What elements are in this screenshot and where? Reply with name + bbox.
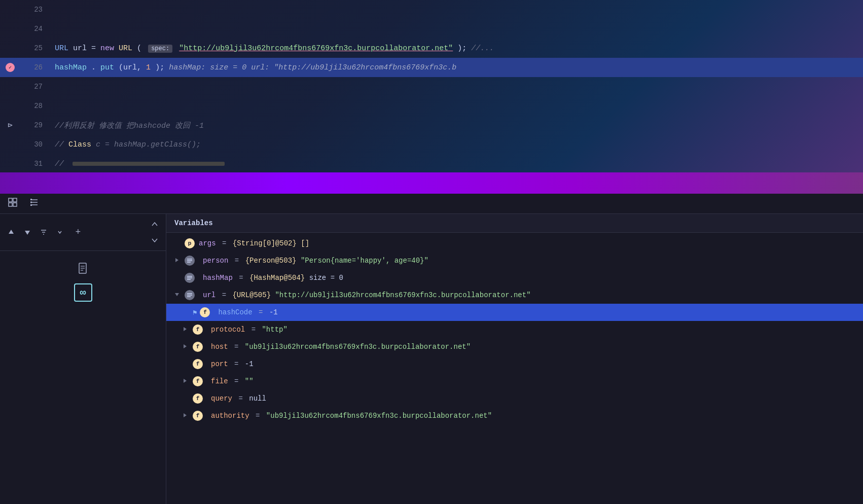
dropdown-btn[interactable]	[53, 225, 67, 239]
expand-authority[interactable]	[183, 413, 191, 419]
var-url: url	[73, 44, 91, 53]
add-watch-btn[interactable]: +	[71, 225, 85, 239]
badge-host: f	[193, 342, 203, 352]
expand-right-icon-host	[183, 344, 188, 349]
expand-right-icon-file	[183, 378, 188, 383]
var-value-hashmap: {HashMap@504}	[249, 274, 309, 282]
badge-url	[185, 290, 195, 300]
var-value-url-obj: {URL@505}	[232, 291, 271, 299]
url-string: "http://ub9ljil3u62hrcom4fbns6769xfn3c.b…	[179, 44, 453, 53]
expand-file[interactable]	[183, 378, 191, 385]
var-row-protocol[interactable]: f protocol = "http"	[166, 321, 863, 338]
var-row-args[interactable]: p args = {String[0]@502} []	[166, 235, 863, 252]
expand-right-icon-protocol	[183, 327, 188, 332]
comment-30b: c = hashMap.getClass();	[96, 140, 201, 149]
var-row-url[interactable]: url = {URL@505} "http://ub9ljil3u62hrcom…	[166, 286, 863, 304]
scrollbar-indicator	[73, 162, 225, 166]
up-btn[interactable]	[4, 225, 18, 239]
down-btn[interactable]	[20, 225, 34, 239]
svg-rect-3	[13, 203, 17, 206]
expand-protocol[interactable]	[183, 327, 191, 333]
expand-right-icon-authority	[183, 413, 188, 418]
var-name-host: host	[211, 343, 228, 351]
svg-rect-1	[13, 198, 17, 202]
badge-protocol: f	[193, 325, 203, 335]
var-name-hashcode: hashCode	[218, 308, 252, 316]
code-line-30: 30 // Class c = hashMap.getClass();	[0, 135, 863, 154]
var-equals-protocol: =	[251, 326, 256, 334]
line-content-26: hashMap . put (url, 1 ); hashMap: size =…	[51, 63, 863, 72]
var-row-person[interactable]: person = {Person@503} "Person{name='happ…	[166, 252, 863, 269]
svg-rect-7	[30, 199, 32, 200]
expand-host[interactable]	[183, 344, 191, 350]
number-1: 1	[146, 63, 151, 72]
var-value-file: ""	[245, 377, 254, 385]
scroll-down-btn[interactable]	[148, 233, 162, 247]
var-row-file[interactable]: f file = ""	[166, 373, 863, 390]
infinity-symbol: ∞	[80, 287, 86, 299]
main-variables-content: Variables p args = {String[0]@502} []	[166, 214, 863, 504]
list-icon	[29, 198, 39, 207]
breakpoint-26[interactable]: ✓	[6, 63, 15, 72]
var-name-port: port	[211, 360, 228, 368]
comment-29: //利用反射 修改值 把hashcode 改回 -1	[55, 122, 204, 130]
var-equals-file: =	[234, 377, 238, 385]
var-row-port[interactable]: f port = -1	[166, 355, 863, 373]
variables-list[interactable]: p args = {String[0]@502} []	[166, 233, 863, 504]
var-row-hashcode[interactable]: ⚑ f hashCode = -1	[166, 304, 863, 321]
var-text-person: person = {Person@503} "Person{name='happ…	[203, 257, 857, 265]
code-line-24: 24	[0, 19, 863, 39]
up-arrow-icon	[8, 229, 15, 236]
line-content-31: //	[51, 160, 863, 168]
var-name-file: file	[211, 377, 228, 385]
keyword-new: new	[100, 44, 119, 53]
expand-url[interactable]	[174, 292, 183, 299]
put-close: );	[155, 63, 169, 72]
scroll-up-icon	[152, 222, 158, 226]
debug-toolbar	[0, 194, 863, 214]
expand-down-icon-url	[174, 292, 179, 297]
filter-btn[interactable]	[37, 225, 51, 239]
var-row-authority[interactable]: f authority = "ub9ljil3u62hrcom4fbns6769…	[166, 407, 863, 424]
var-row-hashmap[interactable]: hashMap = {HashMap@504} size = 0	[166, 269, 863, 286]
grid-view-btn[interactable]	[6, 196, 19, 211]
bookmark-flag-hashcode: ⚑	[193, 308, 197, 317]
badge-file: f	[193, 376, 203, 386]
var-equals-port: =	[234, 360, 238, 368]
var-row-host[interactable]: f host = "ub9ljil3u62hrcom4fbns6769xfn3c…	[166, 338, 863, 355]
list-view-btn[interactable]	[27, 196, 41, 211]
breakpoint-area-29[interactable]: ⊳	[0, 120, 20, 130]
var-value-hashmap-size: size = 0	[309, 274, 343, 282]
svg-rect-9	[30, 204, 32, 206]
var-name-protocol: protocol	[211, 326, 245, 334]
var-equals-hashcode: =	[259, 308, 263, 316]
var-name-authority: authority	[211, 412, 249, 420]
var-text-protocol: protocol = "http"	[211, 326, 857, 334]
line-number-27: 27	[20, 83, 51, 91]
infinity-icon-btn[interactable]: ∞	[74, 283, 92, 302]
var-value-args: {String[0]@502} []	[233, 239, 309, 247]
code-line-27: 27	[0, 77, 863, 96]
code-lines-container: 23 24 25 URL url = new URL ( spec: "http…	[0, 0, 863, 172]
var-value-hashcode: -1	[269, 308, 278, 316]
svg-rect-2	[9, 203, 12, 206]
breakpoint-area-26[interactable]: ✓	[0, 63, 20, 72]
svg-rect-0	[9, 198, 12, 202]
variables-panel: +	[0, 214, 863, 504]
code-line-25: 25 URL url = new URL ( spec: "http://ub9…	[0, 39, 863, 58]
expand-person[interactable]	[174, 258, 183, 264]
code-editor: 23 24 25 URL url = new URL ( spec: "http…	[0, 0, 863, 172]
equals-25: =	[91, 44, 100, 53]
line-content-25: URL url = new URL ( spec: "http://ub9lji…	[51, 44, 863, 53]
plus-icon: +	[76, 227, 81, 237]
doc-icon-btn[interactable]	[74, 259, 92, 277]
var-equals-hashmap: =	[239, 274, 243, 282]
badge-args: p	[185, 238, 195, 248]
debug-hashmap: hashMap: size = 0 url: "http://ub9ljil3u…	[169, 63, 456, 72]
expand-right-icon-person	[174, 258, 179, 263]
var-name-person: person	[203, 257, 228, 265]
badge-hashmap	[185, 273, 195, 283]
scroll-up-btn[interactable]	[148, 217, 162, 231]
var-row-query[interactable]: f query = null	[166, 390, 863, 407]
var-equals-person: =	[235, 257, 239, 265]
